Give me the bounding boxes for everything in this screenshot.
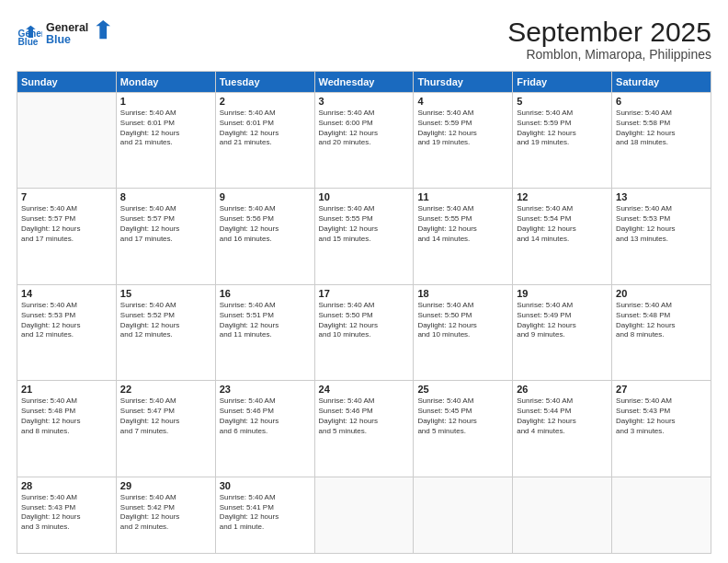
calendar-cell: 27Sunrise: 5:40 AM Sunset: 5:43 PM Dayli… — [612, 381, 711, 477]
day-number: 12 — [517, 191, 608, 202]
day-number: 20 — [616, 288, 707, 299]
calendar-cell: 7Sunrise: 5:40 AM Sunset: 5:57 PM Daylig… — [17, 189, 117, 284]
day-info: Sunrise: 5:40 AM Sunset: 5:45 PM Dayligh… — [417, 396, 508, 436]
weekday-header-monday: Monday — [116, 72, 215, 93]
calendar-cell — [513, 477, 612, 553]
calendar-cell — [17, 93, 117, 189]
week-row-1: 1Sunrise: 5:40 AM Sunset: 6:01 PM Daylig… — [17, 93, 711, 189]
day-info: Sunrise: 5:40 AM Sunset: 5:52 PM Dayligh… — [120, 301, 211, 340]
day-info: Sunrise: 5:40 AM Sunset: 5:56 PM Dayligh… — [220, 204, 311, 244]
day-number: 3 — [319, 96, 410, 107]
page: General Blue General Blue September 2025… — [0, 0, 728, 563]
day-info: Sunrise: 5:40 AM Sunset: 5:48 PM Dayligh… — [21, 396, 112, 436]
calendar-cell: 30Sunrise: 5:40 AM Sunset: 5:41 PM Dayli… — [215, 477, 314, 553]
day-info: Sunrise: 5:40 AM Sunset: 5:57 PM Dayligh… — [21, 204, 112, 244]
day-number: 6 — [616, 96, 707, 107]
svg-marker-5 — [96, 20, 110, 39]
day-number: 5 — [517, 96, 608, 107]
calendar-cell: 14Sunrise: 5:40 AM Sunset: 5:53 PM Dayli… — [17, 284, 117, 380]
week-row-4: 21Sunrise: 5:40 AM Sunset: 5:48 PM Dayli… — [17, 381, 711, 477]
day-info: Sunrise: 5:40 AM Sunset: 5:47 PM Dayligh… — [120, 396, 211, 436]
calendar-cell — [414, 477, 513, 553]
calendar-cell: 5Sunrise: 5:40 AM Sunset: 5:59 PM Daylig… — [513, 93, 612, 189]
weekday-header-row: SundayMondayTuesdayWednesdayThursdayFrid… — [17, 72, 711, 93]
calendar-cell: 26Sunrise: 5:40 AM Sunset: 5:44 PM Dayli… — [513, 381, 612, 477]
calendar-cell: 21Sunrise: 5:40 AM Sunset: 5:48 PM Dayli… — [17, 381, 117, 477]
calendar-cell: 22Sunrise: 5:40 AM Sunset: 5:47 PM Dayli… — [116, 381, 215, 477]
calendar-cell: 6Sunrise: 5:40 AM Sunset: 5:58 PM Daylig… — [612, 93, 711, 189]
day-info: Sunrise: 5:40 AM Sunset: 6:01 PM Dayligh… — [220, 109, 311, 148]
calendar-cell: 11Sunrise: 5:40 AM Sunset: 5:55 PM Dayli… — [414, 189, 513, 284]
calendar-cell: 9Sunrise: 5:40 AM Sunset: 5:56 PM Daylig… — [215, 189, 314, 284]
logo: General Blue General Blue — [17, 17, 110, 53]
day-number: 28 — [21, 480, 112, 491]
calendar-cell: 25Sunrise: 5:40 AM Sunset: 5:45 PM Dayli… — [414, 381, 513, 477]
day-info: Sunrise: 5:40 AM Sunset: 5:53 PM Dayligh… — [21, 301, 112, 340]
day-number: 16 — [220, 288, 311, 299]
day-number: 21 — [21, 384, 112, 395]
day-number: 25 — [417, 384, 508, 395]
day-number: 26 — [517, 384, 608, 395]
header: General Blue General Blue September 2025… — [17, 17, 711, 62]
day-info: Sunrise: 5:40 AM Sunset: 6:01 PM Dayligh… — [120, 109, 211, 148]
weekday-header-friday: Friday — [513, 72, 612, 93]
calendar: SundayMondayTuesdayWednesdayThursdayFrid… — [17, 71, 711, 554]
day-number: 15 — [120, 288, 211, 299]
calendar-cell: 15Sunrise: 5:40 AM Sunset: 5:52 PM Dayli… — [116, 284, 215, 380]
day-number: 10 — [319, 191, 410, 202]
day-number: 7 — [21, 191, 112, 202]
calendar-cell: 28Sunrise: 5:40 AM Sunset: 5:43 PM Dayli… — [17, 477, 117, 553]
day-info: Sunrise: 5:40 AM Sunset: 5:57 PM Dayligh… — [120, 204, 211, 244]
calendar-cell: 19Sunrise: 5:40 AM Sunset: 5:49 PM Dayli… — [513, 284, 612, 380]
day-number: 29 — [120, 480, 211, 491]
day-info: Sunrise: 5:40 AM Sunset: 5:43 PM Dayligh… — [616, 396, 707, 436]
day-number: 14 — [21, 288, 112, 299]
day-number: 30 — [220, 480, 311, 491]
main-title: September 2025 — [507, 17, 711, 47]
calendar-cell: 8Sunrise: 5:40 AM Sunset: 5:57 PM Daylig… — [116, 189, 215, 284]
calendar-cell: 12Sunrise: 5:40 AM Sunset: 5:54 PM Dayli… — [513, 189, 612, 284]
day-info: Sunrise: 5:40 AM Sunset: 5:44 PM Dayligh… — [517, 396, 608, 436]
calendar-cell: 10Sunrise: 5:40 AM Sunset: 5:55 PM Dayli… — [314, 189, 414, 284]
logo-svg: General Blue — [46, 17, 110, 50]
day-number: 1 — [120, 96, 211, 107]
day-number: 18 — [417, 288, 508, 299]
day-info: Sunrise: 5:40 AM Sunset: 5:49 PM Dayligh… — [517, 301, 608, 340]
weekday-header-thursday: Thursday — [414, 72, 513, 93]
day-number: 11 — [417, 191, 508, 202]
day-number: 19 — [517, 288, 608, 299]
day-number: 24 — [319, 384, 410, 395]
calendar-cell — [314, 477, 414, 553]
calendar-cell: 23Sunrise: 5:40 AM Sunset: 5:46 PM Dayli… — [215, 381, 314, 477]
day-info: Sunrise: 5:40 AM Sunset: 5:54 PM Dayligh… — [517, 204, 608, 244]
day-number: 2 — [220, 96, 311, 107]
calendar-cell: 2Sunrise: 5:40 AM Sunset: 6:01 PM Daylig… — [215, 93, 314, 189]
day-number: 13 — [616, 191, 707, 202]
weekday-header-saturday: Saturday — [612, 72, 711, 93]
calendar-cell: 1Sunrise: 5:40 AM Sunset: 6:01 PM Daylig… — [116, 93, 215, 189]
logo-icon: General Blue — [17, 22, 42, 48]
day-number: 9 — [220, 191, 311, 202]
day-info: Sunrise: 5:40 AM Sunset: 5:50 PM Dayligh… — [319, 301, 410, 340]
weekday-header-wednesday: Wednesday — [314, 72, 414, 93]
calendar-cell: 3Sunrise: 5:40 AM Sunset: 6:00 PM Daylig… — [314, 93, 414, 189]
day-number: 27 — [616, 384, 707, 395]
week-row-2: 7Sunrise: 5:40 AM Sunset: 5:57 PM Daylig… — [17, 189, 711, 284]
calendar-cell: 17Sunrise: 5:40 AM Sunset: 5:50 PM Dayli… — [314, 284, 414, 380]
calendar-cell: 29Sunrise: 5:40 AM Sunset: 5:42 PM Dayli… — [116, 477, 215, 553]
day-number: 17 — [319, 288, 410, 299]
day-info: Sunrise: 5:40 AM Sunset: 5:59 PM Dayligh… — [517, 109, 608, 148]
day-info: Sunrise: 5:40 AM Sunset: 5:58 PM Dayligh… — [616, 109, 707, 148]
calendar-cell: 18Sunrise: 5:40 AM Sunset: 5:50 PM Dayli… — [414, 284, 513, 380]
calendar-cell: 4Sunrise: 5:40 AM Sunset: 5:59 PM Daylig… — [414, 93, 513, 189]
calendar-cell — [612, 477, 711, 553]
day-info: Sunrise: 5:40 AM Sunset: 5:48 PM Dayligh… — [616, 301, 707, 340]
weekday-header-tuesday: Tuesday — [215, 72, 314, 93]
title-block: September 2025 Romblon, Mimaropa, Philip… — [507, 17, 711, 62]
calendar-cell: 16Sunrise: 5:40 AM Sunset: 5:51 PM Dayli… — [215, 284, 314, 380]
day-number: 22 — [120, 384, 211, 395]
week-row-3: 14Sunrise: 5:40 AM Sunset: 5:53 PM Dayli… — [17, 284, 711, 380]
day-info: Sunrise: 5:40 AM Sunset: 6:00 PM Dayligh… — [319, 109, 410, 148]
svg-text:Blue: Blue — [46, 33, 71, 46]
day-info: Sunrise: 5:40 AM Sunset: 5:55 PM Dayligh… — [319, 204, 410, 244]
